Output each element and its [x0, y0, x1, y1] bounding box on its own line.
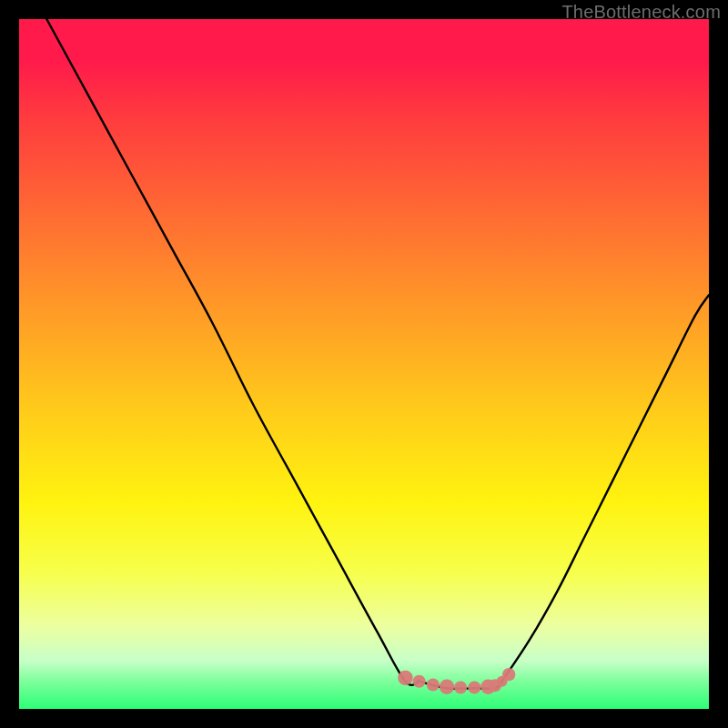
valley-marker-dots — [398, 668, 515, 694]
valley-dot — [440, 680, 454, 694]
plot-area — [19, 19, 709, 709]
curve-layer — [19, 19, 709, 709]
bottleneck-curve — [46, 19, 709, 689]
curve-path — [46, 19, 709, 689]
valley-dot — [427, 679, 440, 692]
valley-dot — [413, 675, 426, 688]
chart-container: TheBottleneck.com — [0, 0, 728, 728]
valley-dot — [454, 682, 467, 694]
valley-dot — [502, 668, 515, 681]
valley-dot — [468, 682, 480, 694]
valley-dot — [398, 671, 412, 685]
